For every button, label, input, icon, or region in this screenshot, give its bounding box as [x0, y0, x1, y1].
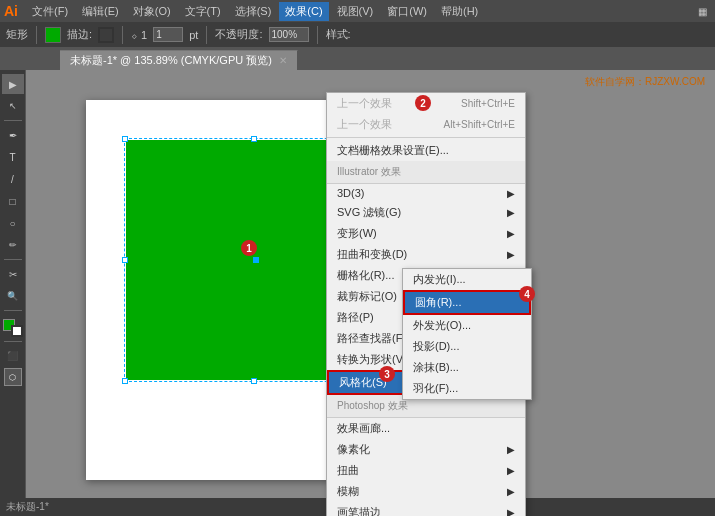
submenu-feather[interactable]: 羽化(F)... [403, 378, 531, 399]
toolbar-sep-4 [317, 26, 318, 44]
center-handle[interactable] [253, 257, 259, 263]
arrow-pixelate: ▶ [507, 444, 515, 455]
badge-3: 3 [379, 366, 395, 382]
submenu-inner-glow[interactable]: 内发光(I)... [403, 269, 531, 290]
stroke-label: 描边: [67, 27, 92, 42]
ellipse-tool[interactable]: ○ [2, 213, 24, 233]
arrow-3d: ▶ [507, 188, 515, 199]
handle-bl[interactable] [122, 378, 128, 384]
menu-distort-label: 扭曲和变换(D) [337, 247, 407, 262]
handle-ml[interactable] [122, 257, 128, 263]
toolbox: ▶ ↖ ✒ T / □ ○ ✏ ✂ 🔍 ⬛ ⬡ [0, 70, 26, 516]
submenu-inner-glow-label: 内发光(I)... [413, 273, 466, 285]
style-label: 样式: [326, 27, 351, 42]
zoom-tool[interactable]: 🔍 [2, 286, 24, 306]
stroke-width-input[interactable] [153, 27, 183, 42]
menu-distort-ps-label: 扭曲 [337, 463, 359, 478]
direct-select-tool[interactable]: ↖ [2, 96, 24, 116]
submenu-round-corners-label: 圆角(R)... [415, 296, 461, 308]
submenu-scribble[interactable]: 涂抹(B)... [403, 357, 531, 378]
opacity-label: 不透明度: [215, 27, 262, 42]
menu-svg-filter[interactable]: SVG 滤镜(G) ▶ [327, 202, 525, 223]
scissors-tool[interactable]: ✂ [2, 264, 24, 284]
menu-help[interactable]: 帮助(H) [435, 2, 484, 21]
stroke-indicator[interactable] [11, 325, 23, 337]
handle-bm[interactable] [251, 378, 257, 384]
menu-warp-label: 变形(W) [337, 226, 377, 241]
grid-icon[interactable]: ▦ [693, 3, 711, 19]
submenu-drop-shadow[interactable]: 投影(D)... [403, 336, 531, 357]
menu-edit[interactable]: 编辑(E) [76, 2, 125, 21]
menu-distort-ps[interactable]: 扭曲 ▶ [327, 460, 525, 481]
opacity-input[interactable] [269, 27, 309, 42]
menu-file[interactable]: 文件(F) [26, 2, 74, 21]
menu-path-label: 路径(P) [337, 310, 374, 325]
menu-blur[interactable]: 模糊 ▶ [327, 481, 525, 502]
select-tool[interactable]: ▶ [2, 74, 24, 94]
menu-view[interactable]: 视图(V) [331, 2, 380, 21]
tab-title: 未标题-1* @ 135.89% (CMYK/GPU 预览) [70, 54, 272, 66]
title-menu[interactable]: 文件(F) 编辑(E) 对象(O) 文字(T) 选择(S) 效果(C) 视图(V… [26, 2, 484, 21]
app-logo: Ai [4, 3, 18, 19]
menu-apply-last-options[interactable]: 上一个效果 Alt+Shift+Ctrl+E [327, 114, 525, 135]
main-area: ▶ ↖ ✒ T / □ ○ ✏ ✂ 🔍 ⬛ ⬡ 软件自学网：RJZXW.COM [0, 70, 715, 516]
rect-tool[interactable]: □ [2, 191, 24, 211]
handle-tm[interactable] [251, 136, 257, 142]
menu-effect-gallery-label: 效果画廊... [337, 421, 390, 436]
toolbar-sep-2 [122, 26, 123, 44]
stroke-icon: ⬦ 1 [131, 29, 147, 41]
menu-brushstroke[interactable]: 画笔描边 ▶ [327, 502, 525, 516]
shape-tool-label: 矩形 [6, 27, 28, 42]
menu-effect[interactable]: 效果(C) [279, 2, 328, 21]
title-bar: Ai 文件(F) 编辑(E) 对象(O) 文字(T) 选择(S) 效果(C) 视… [0, 0, 715, 22]
submenu-feather-label: 羽化(F)... [413, 382, 458, 394]
menu-object[interactable]: 对象(O) [127, 2, 177, 21]
badge-2: 2 [415, 95, 431, 111]
menu-warp[interactable]: 变形(W) ▶ [327, 223, 525, 244]
tool-sep-3 [4, 310, 22, 311]
submenu-outer-glow[interactable]: 外发光(O)... [403, 315, 531, 336]
menu-pixelate[interactable]: 像素化 ▶ [327, 439, 525, 460]
arrow-brushstroke: ▶ [507, 507, 515, 516]
menu-select[interactable]: 选择(S) [229, 2, 278, 21]
submenu-round-corners[interactable]: 圆角(R)... 4 [403, 290, 531, 315]
submenu-scribble-label: 涂抹(B)... [413, 361, 459, 373]
tabs-bar: 未标题-1* @ 135.89% (CMYK/GPU 预览) ✕ [0, 48, 715, 70]
toolbar-sep-1 [36, 26, 37, 44]
tool-sep-1 [4, 120, 22, 121]
menu-window[interactable]: 窗口(W) [381, 2, 433, 21]
menu-svg-filter-label: SVG 滤镜(G) [337, 205, 401, 220]
menu-apply-last-label: 上一个效果 [337, 96, 392, 111]
menu-distort[interactable]: 扭曲和变换(D) ▶ [327, 244, 525, 265]
main-toolbar: 矩形 描边: ⬦ 1 pt 不透明度: 样式: [0, 22, 715, 48]
tab-close-button[interactable]: ✕ [279, 55, 287, 66]
color-indicator[interactable] [3, 319, 23, 337]
pen-tool[interactable]: ✒ [2, 125, 24, 145]
fill-color-box[interactable] [45, 27, 61, 43]
menu-pixelate-label: 像素化 [337, 442, 370, 457]
arrow-warp: ▶ [507, 228, 515, 239]
screen-mode-tool[interactable]: ⬛ [2, 346, 24, 366]
line-tool[interactable]: / [2, 169, 24, 189]
menu-blur-label: 模糊 [337, 484, 359, 499]
menu-brushstroke-label: 画笔描边 [337, 505, 381, 516]
menu-effect-gallery[interactable]: 效果画廊... [327, 418, 525, 439]
type-tool[interactable]: T [2, 147, 24, 167]
document-tab[interactable]: 未标题-1* @ 135.89% (CMYK/GPU 预览) ✕ [60, 50, 298, 70]
artboard-tool[interactable]: ⬡ [4, 368, 22, 386]
stroke-color-box[interactable] [98, 27, 114, 43]
badge-4: 4 [519, 286, 535, 302]
menu-3d[interactable]: 3D(3) ▶ [327, 184, 525, 202]
menu-crop-marks-label: 裁剪标记(O) [337, 289, 397, 304]
shortcut-apply-last: Shift+Ctrl+E [461, 98, 515, 109]
illustrator-effects-section: Illustrator 效果 [327, 161, 525, 184]
menu-raster-settings[interactable]: 文档栅格效果设置(E)... [327, 140, 525, 161]
submenu-drop-shadow-label: 投影(D)... [413, 340, 459, 352]
brush-tool[interactable]: ✏ [2, 235, 24, 255]
handle-tl[interactable] [122, 136, 128, 142]
shortcut-apply-last-options: Alt+Shift+Ctrl+E [444, 119, 515, 130]
window-controls[interactable]: ▦ [693, 3, 711, 19]
menu-text[interactable]: 文字(T) [179, 2, 227, 21]
watermark: 软件自学网：RJZXW.COM [585, 75, 705, 89]
stylize-submenu[interactable]: 内发光(I)... 圆角(R)... 4 外发光(O)... 投影(D)... … [402, 268, 532, 400]
